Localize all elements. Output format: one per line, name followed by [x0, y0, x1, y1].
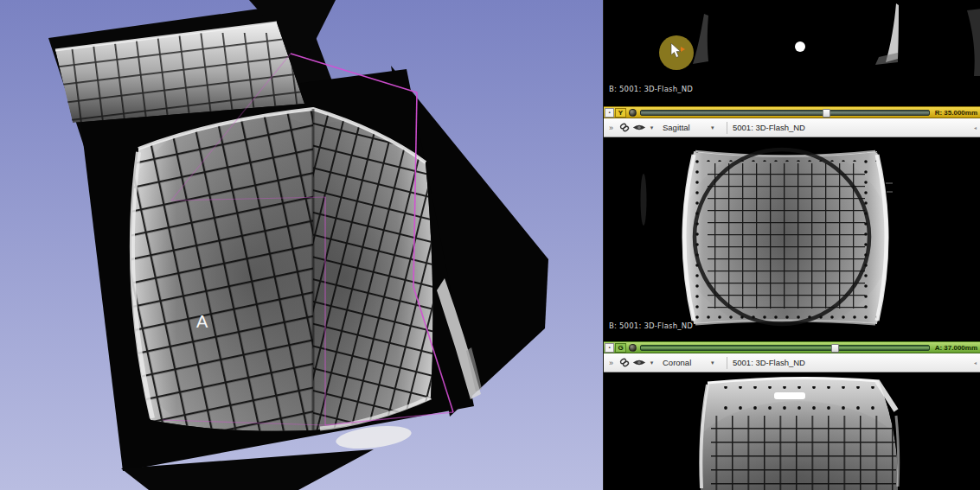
slice-offset-slider-handle[interactable]	[831, 344, 839, 353]
slice-annotation: B: 5001: 3D-Flash_ND	[609, 321, 693, 330]
chevron-down-icon: ▾	[711, 124, 719, 131]
mouse-cursor-highlight	[659, 35, 694, 70]
orientation-marker: A	[196, 312, 208, 331]
slice-panel: B: 5001: 3D-Flash_ND ▪ Y R: 35.000mm »	[603, 0, 980, 490]
slice-offset-slider-handle[interactable]	[823, 109, 830, 118]
green-axis-badge: G	[615, 343, 626, 353]
threed-scene: A	[0, 0, 603, 490]
visibility-button[interactable]	[632, 356, 646, 370]
phantom-edge-right-margin	[967, 9, 980, 76]
slice-annotation: B: 5001: 3D-Flash_ND	[609, 85, 693, 93]
orientation-select-value: Coronal	[663, 358, 701, 367]
orientation-select-value: Sagittal	[663, 123, 701, 132]
coronal-slice-view[interactable]	[604, 372, 980, 490]
phantom-edge-tail	[875, 53, 898, 65]
link-views-button[interactable]	[618, 356, 631, 370]
coronal-controller-toolbar: » ▾ Coronal ▾ 500	[604, 353, 980, 372]
eye-icon	[632, 358, 646, 367]
toolbar-separator	[727, 357, 727, 369]
artifact-marks	[886, 182, 893, 193]
toolbar-separator	[727, 122, 727, 134]
coronal-slice-image	[604, 372, 980, 490]
slice-visibility-sphere-icon[interactable]	[629, 109, 637, 117]
volume-name-label: 5001: 3D-Flash_ND	[733, 123, 805, 132]
yellow-slice-bar: ▪ Y R: 35.000mm	[604, 106, 980, 118]
red-slice-view[interactable]: B: 5001: 3D-Flash_ND	[604, 0, 980, 106]
slice-offset-value: A: 37.000mm	[933, 344, 980, 352]
sagittal-slice-view[interactable]: B: 5001: 3D-Flash_ND	[604, 137, 980, 341]
slicebar-pin-button[interactable]: ▪	[605, 343, 614, 353]
sagittal-controller-toolbar: » ▾ Sagittal ▾ 50	[604, 118, 980, 137]
link-icon	[618, 122, 631, 133]
artifact-smudge	[641, 174, 647, 226]
slicebar-pin-button[interactable]: ▪	[605, 108, 614, 118]
green-slice-bar: ▪ G A: 37.000mm	[604, 341, 980, 353]
toolbar-overflow-arrow[interactable]: ◂	[974, 360, 977, 366]
volume-name-label: 5001: 3D-Flash_ND	[733, 358, 805, 367]
phantom-body	[680, 144, 891, 331]
orientation-select[interactable]: Coronal ▾	[660, 357, 721, 368]
toolbar-overflow-arrow[interactable]: ◂	[974, 124, 977, 130]
pin-button[interactable]: »	[606, 356, 616, 370]
slice-visibility-sphere-icon[interactable]	[629, 344, 637, 352]
phantom-edge-arc-left	[693, 14, 708, 64]
chevron-down-icon: ▾	[711, 360, 719, 366]
slice-offset-value: R: 35.000mm	[933, 109, 980, 117]
visibility-menu-arrow[interactable]: ▾	[648, 121, 656, 135]
bright-notch	[774, 392, 805, 399]
sagittal-slice-image	[604, 137, 980, 341]
pin-button[interactable]: »	[606, 121, 616, 135]
visibility-menu-arrow[interactable]: ▾	[648, 356, 656, 370]
link-icon	[618, 357, 631, 368]
fiducial-dot	[795, 41, 805, 52]
threed-view[interactable]: A	[0, 0, 603, 490]
slice-offset-slider[interactable]	[640, 345, 930, 351]
orientation-select[interactable]: Sagittal ▾	[660, 122, 721, 133]
slicer-app: A B: 5001: 3D-Flash_ND ▪ Y	[0, 0, 980, 490]
yellow-axis-badge: Y	[615, 108, 626, 118]
link-views-button[interactable]	[618, 121, 631, 135]
visibility-button[interactable]	[632, 121, 646, 135]
slice-offset-slider[interactable]	[640, 110, 930, 116]
eye-icon	[632, 123, 646, 132]
